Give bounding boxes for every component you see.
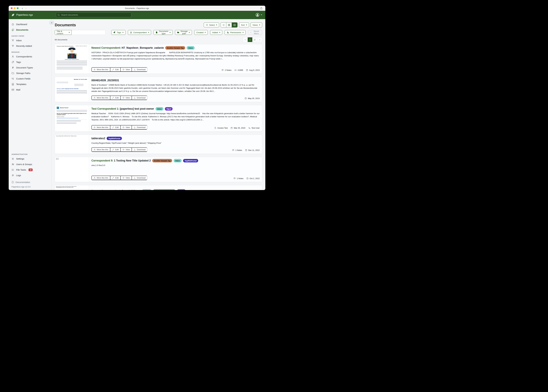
sidebar-item-document-types[interactable]: # Document Types (9, 65, 52, 70)
edit-button[interactable]: Edit (110, 96, 120, 100)
view-mode-list-button[interactable] (221, 22, 226, 27)
view-button[interactable]: View (120, 125, 132, 130)
views-button[interactable]: Views (251, 22, 262, 27)
document-title[interactable]: Newest Correspondent: Sample100.csv (91, 189, 140, 190)
title-content-dropdown[interactable]: Title & content (55, 30, 72, 35)
document-thumbnail[interactable]: one,1.0 five,5.0 (55, 157, 89, 182)
view-mode-detail-button[interactable] (232, 22, 237, 27)
zoom-button[interactable] (17, 7, 19, 9)
download-button[interactable]: Download (132, 96, 147, 100)
tags-filter-button[interactable]: Tags (111, 30, 125, 35)
sidebar-item-documents[interactable]: Documents (9, 27, 52, 33)
tag-pill[interactable]: TagWithPartial (183, 159, 198, 162)
tag-pill[interactable]: Another Sample Tag (152, 159, 172, 162)
created-filter-button[interactable]: Created (194, 30, 208, 35)
card-metadata: 2 Notes #1999 Aug 9, 2023 (222, 69, 260, 72)
document-correspondent[interactable]: Test Correspondent 1 (91, 107, 118, 110)
close-button[interactable] (11, 7, 13, 9)
document-title[interactable]: Newest Correspondent: H7_Napoleon_Bonapa… (91, 46, 164, 49)
account-menu[interactable] (255, 13, 262, 17)
download-button[interactable]: Download (132, 176, 147, 180)
view-button[interactable]: View (120, 176, 132, 180)
document-thumbnail[interactable]: Medical Teacher Has the new Kirkpatrick … (55, 105, 89, 132)
tag-pill[interactable] (177, 189, 186, 190)
edit-button[interactable]: Edit (110, 176, 120, 180)
document-type-meta[interactable]: Invoice Test (214, 127, 228, 129)
download-button[interactable]: Download (132, 125, 147, 130)
notes-meta[interactable]: 2 Notes (222, 69, 231, 71)
document-correspondent[interactable]: Correspondent 9 (91, 159, 112, 162)
sidebar-item-mail[interactable]: Mail (9, 87, 52, 92)
app-brand[interactable]: Paperless-ngx (9, 13, 33, 17)
pagination-prev[interactable]: « (243, 37, 248, 42)
permissions-filter-button[interactable]: Permissions (225, 30, 245, 35)
sidebar-item-logs[interactable]: Logs (9, 173, 52, 178)
reset-filters-button[interactable]: Reset filters (248, 30, 262, 35)
documentation-link[interactable]: ? Documentation (9, 180, 52, 185)
edit-button[interactable]: Edit (110, 125, 120, 130)
minimize-button[interactable] (14, 7, 15, 9)
edit-button[interactable]: Edit (110, 67, 120, 72)
added-filter-button[interactable]: Added (210, 30, 222, 35)
pagination-next[interactable]: » (257, 37, 262, 42)
tag-pill[interactable]: Inbox (187, 46, 195, 49)
document-correspondent[interactable]: Newest Correspondent (91, 189, 120, 190)
title-content-input[interactable] (72, 30, 106, 35)
view-button[interactable]: View (120, 147, 132, 152)
download-button[interactable]: Download (132, 147, 147, 152)
tag-pill[interactable] (153, 189, 175, 190)
sidebar-item-settings[interactable]: Settings (9, 156, 52, 161)
tag-pill[interactable]: Tag 2 (165, 107, 173, 111)
pagination-page-1[interactable]: 1 (248, 37, 252, 42)
document-title[interactable]: Test Correspondent 1: [paperless] test p… (91, 107, 154, 110)
notes-meta[interactable]: 1 Notes (233, 177, 244, 180)
view-button[interactable]: View (120, 96, 132, 100)
sidebar-item-templates[interactable]: Templates (9, 81, 52, 87)
sidebar-item-recently-added[interactable]: Recently Added (9, 43, 52, 49)
more-like-this-button[interactable]: More like this (92, 125, 110, 130)
select-button[interactable]: Select (204, 22, 219, 27)
sidebar-item-correspondents[interactable]: Correspondents (9, 54, 52, 59)
sidebar-item-custom-fields[interactable]: Custom Fields (9, 76, 52, 81)
edit-button[interactable]: Edit (110, 147, 120, 152)
more-like-this-button[interactable]: More like this (92, 176, 110, 180)
document-thumbnail[interactable]: Serial Number,Company Name,Employee Mark… (55, 185, 89, 190)
document-type-filter-button[interactable]: Document type (153, 30, 173, 35)
document-correspondent[interactable]: Newest Correspondent (91, 46, 120, 49)
more-like-this-button[interactable]: More like this (92, 67, 110, 72)
view-mode-grid-button[interactable] (226, 22, 232, 27)
sidebar-item-storage-paths[interactable]: Storage Paths (9, 70, 52, 76)
document-thumbnail[interactable]: ❁ BANK OF SCOTLAND 2,0 % p. a. auf Ihr T… (55, 77, 89, 102)
back-button[interactable]: ‹ (22, 7, 23, 10)
sidebar-item-tags[interactable]: Tags (9, 59, 52, 65)
view-button[interactable]: View (120, 67, 132, 72)
more-like-this-button[interactable]: More like this (92, 147, 110, 152)
more-like-this-button[interactable]: More like this (92, 96, 110, 100)
document-title[interactable]: 0004814539_20230531 (91, 79, 119, 82)
sidebar-item-users-groups[interactable]: Users & Groups (9, 161, 52, 167)
tag-pill[interactable]: Another Sample Tag (165, 46, 185, 49)
document-title[interactable]: tablerates2 (91, 137, 105, 140)
document-thumbnail[interactable]: Country,Region/State,"Zip/Postal Code","… (55, 135, 89, 154)
forward-button[interactable]: › (26, 7, 27, 10)
sidebar-collapse-button[interactable]: « (49, 21, 54, 25)
storage-path-filter-button[interactable]: Storage path (175, 30, 192, 35)
tag-pill[interactable] (142, 189, 151, 190)
window-title: Documents - Paperless-ngx (9, 7, 265, 9)
sort-button[interactable]: Sort (239, 22, 249, 27)
correspondent-filter-button[interactable]: Correspondent (128, 30, 151, 35)
search-input[interactable] (56, 13, 131, 17)
tag-pill[interactable]: TagWithPartial (107, 137, 122, 140)
sidebar-item-dashboard[interactable]: Dashboard (9, 21, 52, 27)
document-thumbnail[interactable]: Francja pod rządami Napoleona Bonaparte … (55, 44, 89, 74)
download-button[interactable]: Download (132, 67, 147, 72)
tag-pill[interactable]: Inbox (156, 107, 164, 111)
sidebar-item-file-tasks[interactable]: File Tasks 16 (9, 167, 52, 173)
pagination-page-2[interactable]: 2 (252, 37, 257, 42)
document-title[interactable]: Correspondent 9: 1 Testing New Title Upd… (91, 159, 151, 162)
diagram-nodes-icon (94, 126, 96, 128)
share-icon[interactable] (260, 7, 263, 10)
tag-pill[interactable]: Inbox (174, 159, 181, 162)
sidebar-item-inbox[interactable]: Inbox (9, 38, 52, 43)
notes-meta[interactable]: 1 Notes (232, 149, 242, 151)
